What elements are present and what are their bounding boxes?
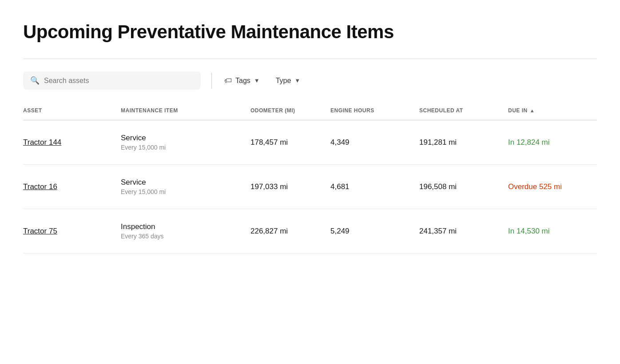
search-icon: 🔍	[30, 76, 40, 85]
scheduled-at-value: 191,281 mi	[419, 138, 508, 147]
engine-hours-value: 4,349	[330, 138, 419, 147]
engine-hours-value: 4,681	[330, 182, 419, 191]
tag-icon: 🏷	[224, 76, 232, 85]
sort-arrow-icon: ▲	[530, 108, 535, 113]
asset-link-tractor-144[interactable]: Tractor 144	[23, 138, 61, 146]
filters-row: 🔍 🏷 Tags ▼ Type ▼	[23, 71, 597, 90]
search-container: 🔍	[23, 71, 201, 90]
odometer-value: 226,827 mi	[250, 227, 330, 236]
asset-link-tractor-75[interactable]: Tractor 75	[23, 227, 57, 235]
col-header-maintenance: MAINTENANCE ITEM	[121, 107, 250, 114]
table-row: Tractor 16 Service Every 15,000 mi 197,0…	[23, 165, 597, 209]
type-filter-button[interactable]: Type ▼	[274, 74, 302, 87]
maintenance-item-sub: Every 15,000 mi	[121, 188, 250, 195]
type-chevron-icon: ▼	[294, 77, 300, 84]
col-header-odometer: ODOMETER (MI)	[250, 107, 330, 114]
maintenance-item-sub: Every 15,000 mi	[121, 144, 250, 151]
header-divider	[23, 59, 597, 59]
filter-divider	[211, 73, 212, 89]
col-header-engine-hours: ENGINE HOURS	[330, 107, 419, 114]
asset-link-tractor-16[interactable]: Tractor 16	[23, 182, 57, 191]
tags-label: Tags	[235, 77, 250, 85]
table-header: ASSET MAINTENANCE ITEM ODOMETER (MI) ENG…	[23, 107, 597, 120]
maintenance-item-name: Inspection	[121, 222, 250, 231]
table-row: Tractor 144 Service Every 15,000 mi 178,…	[23, 120, 597, 165]
maintenance-item-sub: Every 365 days	[121, 233, 250, 240]
odometer-value: 197,033 mi	[250, 182, 330, 191]
due-in-value: In 14,530 mi	[508, 227, 597, 236]
type-label: Type	[276, 77, 291, 85]
search-input[interactable]	[44, 77, 194, 85]
col-header-due-in: DUE IN ▲	[508, 107, 597, 114]
maintenance-item-name: Service	[121, 134, 250, 142]
table-row: Tractor 75 Inspection Every 365 days 226…	[23, 209, 597, 253]
scheduled-at-value: 241,357 mi	[419, 227, 508, 236]
due-in-value: Overdue 525 mi	[508, 182, 597, 191]
maintenance-item-name: Service	[121, 178, 250, 187]
page-title: Upcoming Preventative Maintenance Items	[23, 21, 597, 43]
due-in-value: In 12,824 mi	[508, 138, 597, 147]
tags-filter-button[interactable]: 🏷 Tags ▼	[223, 74, 262, 88]
odometer-value: 178,457 mi	[250, 138, 330, 147]
engine-hours-value: 5,249	[330, 227, 419, 236]
tags-chevron-icon: ▼	[254, 77, 260, 84]
col-header-scheduled-at: SCHEDULED AT	[419, 107, 508, 114]
scheduled-at-value: 196,508 mi	[419, 182, 508, 191]
table-container: ASSET MAINTENANCE ITEM ODOMETER (MI) ENG…	[23, 107, 597, 253]
col-header-asset: ASSET	[23, 107, 121, 114]
